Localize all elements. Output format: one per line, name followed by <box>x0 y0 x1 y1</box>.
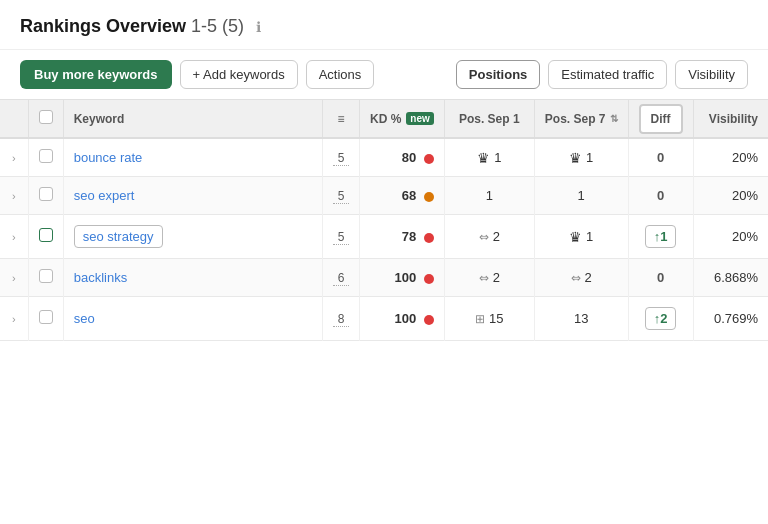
keyword-cell: bounce rate <box>63 138 322 177</box>
kd-value: 80 <box>402 150 416 165</box>
th-kd[interactable]: KD % new <box>360 100 445 138</box>
visibility-cell: 0.769% <box>693 297 768 341</box>
keyword-link[interactable]: seo expert <box>74 188 135 203</box>
num-value: 6 <box>333 271 349 286</box>
diff-cell: 0 <box>628 259 693 297</box>
page-container: Rankings Overview 1-5 (5) ℹ Buy more key… <box>0 0 768 524</box>
kd-value: 68 <box>402 188 416 203</box>
tab-estimated-traffic[interactable]: Estimated traffic <box>548 60 667 89</box>
num-value: 5 <box>333 151 349 166</box>
kd-cell: 80 <box>360 138 445 177</box>
info-icon[interactable]: ℹ <box>256 19 261 35</box>
kd-dot <box>424 192 434 202</box>
kd-dot <box>424 274 434 284</box>
expand-cell: › <box>0 138 28 177</box>
keyword-link[interactable]: seo strategy <box>83 229 154 244</box>
th-kd-label: KD % <box>370 112 401 126</box>
num-cell: 5 <box>323 177 360 215</box>
th-visibility-label: Visibility <box>709 112 758 126</box>
diff-cell: ↑2 <box>628 297 693 341</box>
th-keyword: Keyword <box>63 100 322 138</box>
rankings-table: Keyword ≡ KD % new Pos. Sep 1 <box>0 100 768 341</box>
sort-icon: ⇅ <box>610 113 618 124</box>
diff-value: 0 <box>657 270 664 285</box>
keyword-link[interactable]: backlinks <box>74 270 127 285</box>
diff-cell: 0 <box>628 138 693 177</box>
diff-cell: ↑1 <box>628 215 693 259</box>
th-pos7[interactable]: Pos. Sep 7 ⇅ <box>534 100 628 138</box>
rankings-table-container: Keyword ≡ KD % new Pos. Sep 1 <box>0 100 768 341</box>
check-cell <box>28 177 63 215</box>
pos7-cell: 1 <box>534 177 628 215</box>
expand-button[interactable]: › <box>10 311 18 327</box>
th-num[interactable]: ≡ <box>323 100 360 138</box>
keyword-link[interactable]: seo <box>74 311 95 326</box>
check-cell <box>28 215 63 259</box>
pos7-cell: 13 <box>534 297 628 341</box>
row-checkbox[interactable] <box>39 187 53 201</box>
row-checkbox[interactable] <box>39 310 53 324</box>
row-checkbox[interactable] <box>39 269 53 283</box>
keyword-cell: seo strategy <box>63 215 322 259</box>
row-checkbox[interactable] <box>39 228 53 242</box>
tab-visibility[interactable]: Visibility <box>675 60 748 89</box>
actions-button[interactable]: Actions <box>306 60 375 89</box>
page-title: Rankings Overview 1-5 (5) <box>20 16 244 37</box>
table-row: › backlinks 6 100 ⇔ 2 ⇔ 2 0 6.868% <box>0 259 768 297</box>
diff-cell: 0 <box>628 177 693 215</box>
th-diff[interactable]: Diff <box>628 100 693 138</box>
pos1-cell: ♛ 1 <box>444 138 534 177</box>
th-pos1[interactable]: Pos. Sep 1 <box>444 100 534 138</box>
num-cell: 8 <box>323 297 360 341</box>
expand-cell: › <box>0 177 28 215</box>
keyword-cell: seo <box>63 297 322 341</box>
kd-value: 78 <box>402 229 416 244</box>
expand-button[interactable]: › <box>10 229 18 245</box>
expand-button[interactable]: › <box>10 150 18 166</box>
kd-cell: 68 <box>360 177 445 215</box>
buy-keywords-button[interactable]: Buy more keywords <box>20 60 172 89</box>
keyword-wrapper: seo strategy <box>74 225 163 248</box>
tab-positions[interactable]: Positions <box>456 60 541 89</box>
keyword-cell: seo expert <box>63 177 322 215</box>
row-checkbox[interactable] <box>39 149 53 163</box>
expand-button[interactable]: › <box>10 188 18 204</box>
add-keywords-button[interactable]: + Add keywords <box>180 60 298 89</box>
th-diff-inner: Diff <box>639 104 683 134</box>
header-checkbox[interactable] <box>39 110 53 124</box>
page-header: Rankings Overview 1-5 (5) ℹ <box>0 0 768 50</box>
table-row: › seo expert 5 68 1 1 0 20% <box>0 177 768 215</box>
keyword-link[interactable]: bounce rate <box>74 150 143 165</box>
visibility-cell: 20% <box>693 177 768 215</box>
num-value: 5 <box>333 230 349 245</box>
diff-value: 0 <box>657 150 664 165</box>
link-icon: ⇔ <box>479 230 489 244</box>
pos7-cell: ⇔ 2 <box>534 259 628 297</box>
th-visibility[interactable]: Visibility <box>693 100 768 138</box>
visibility-cell: 20% <box>693 215 768 259</box>
num-cell: 5 <box>323 215 360 259</box>
expand-button[interactable]: › <box>10 270 18 286</box>
check-cell <box>28 138 63 177</box>
kd-new-badge: new <box>406 112 433 125</box>
kd-dot <box>424 154 434 164</box>
th-check <box>28 100 63 138</box>
expand-cell: › <box>0 297 28 341</box>
pos1-cell: ⇔ 2 <box>444 215 534 259</box>
title-range: 1-5 (5) <box>191 16 244 36</box>
server-icon: ⊞ <box>475 312 485 326</box>
kd-value: 100 <box>394 311 416 326</box>
link-icon: ⇔ <box>571 271 581 285</box>
diff-value: ↑1 <box>645 225 677 248</box>
num-cell: 6 <box>323 259 360 297</box>
th-pos7-label: Pos. Sep 7 <box>545 112 606 126</box>
th-expand <box>0 100 28 138</box>
pos7-cell: ♛ 1 <box>534 215 628 259</box>
kd-dot <box>424 233 434 243</box>
th-pos1-label: Pos. Sep 1 <box>459 112 520 126</box>
check-cell <box>28 297 63 341</box>
crown-icon: ♛ <box>477 150 490 166</box>
kd-cell: 100 <box>360 297 445 341</box>
kd-cell: 78 <box>360 215 445 259</box>
pos1-cell: 1 <box>444 177 534 215</box>
